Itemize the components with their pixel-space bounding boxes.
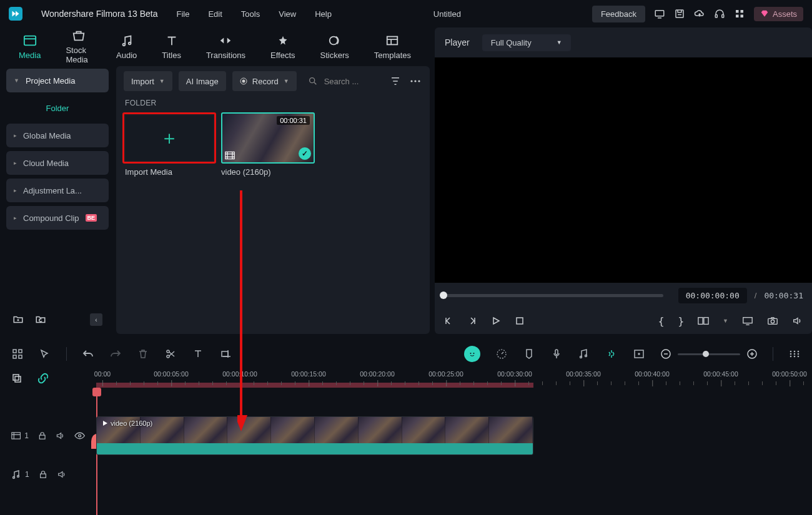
audio-track-lane[interactable] xyxy=(96,455,812,494)
menu-view[interactable]: View xyxy=(279,9,296,19)
visibility-icon[interactable] xyxy=(74,432,85,439)
video-track-lane[interactable]: video (2160p) xyxy=(96,416,812,455)
zoom-slider[interactable] xyxy=(678,353,740,355)
ai-face-icon[interactable] xyxy=(464,346,480,362)
sidebar-folder[interactable]: Folder xyxy=(6,96,109,120)
media-search[interactable]: Search ... xyxy=(303,76,382,86)
sidebar-project-media[interactable]: ▼ Project Media xyxy=(6,69,109,92)
timeline-panel: 1 1 00:0000:00:05:0000:00:10:0000:00:15:… xyxy=(0,340,812,494)
ai-image-button[interactable]: AI Image xyxy=(179,71,226,91)
import-dropdown[interactable]: Import ▼ xyxy=(124,71,172,91)
crop-tool-icon[interactable] xyxy=(219,348,232,360)
assets-button[interactable]: Assets xyxy=(754,7,803,21)
compare-view-icon[interactable] xyxy=(698,316,709,326)
mark-out-button[interactable]: } xyxy=(678,315,684,327)
text-tool-icon[interactable] xyxy=(192,348,204,360)
tab-titles-label: Titles xyxy=(162,51,181,60)
timeline-left-top xyxy=(0,368,96,389)
timecode-separator: / xyxy=(755,291,757,300)
cloud-upload-icon[interactable] xyxy=(694,8,705,19)
scrub-track[interactable] xyxy=(443,294,663,297)
more-icon[interactable] xyxy=(408,74,422,88)
undo-button[interactable] xyxy=(82,348,94,360)
play-button[interactable] xyxy=(491,316,501,326)
tab-templates[interactable]: Templates xyxy=(374,34,411,60)
lock-icon[interactable] xyxy=(37,431,47,440)
delete-button[interactable] xyxy=(137,348,149,360)
tab-titles[interactable]: Titles xyxy=(162,34,181,60)
speed-icon[interactable] xyxy=(495,348,508,360)
record-dropdown[interactable]: Record ▼ xyxy=(232,71,297,91)
svg-point-34 xyxy=(468,350,477,358)
cursor-select-icon[interactable] xyxy=(39,348,51,360)
mute-icon[interactable] xyxy=(57,470,67,479)
stop-button[interactable] xyxy=(515,316,525,326)
timeline-ruler[interactable]: 00:0000:00:05:0000:00:10:0000:00:15:0000… xyxy=(96,368,812,389)
display-icon[interactable] xyxy=(742,316,753,326)
refresh-folder-icon[interactable] xyxy=(35,314,46,325)
timeline-video-clip[interactable]: video (2160p) xyxy=(96,416,533,455)
sidebar-global-media[interactable]: ▸ Global Media xyxy=(6,124,109,147)
menu-edit[interactable]: Edit xyxy=(208,9,222,19)
menu-file[interactable]: File xyxy=(177,9,190,19)
media-area: Import ▼ AI Image Record ▼ Search ... xyxy=(116,66,430,334)
collapse-sidebar-button[interactable]: ‹ xyxy=(90,313,102,326)
duplicate-icon[interactable] xyxy=(11,373,22,384)
save-icon[interactable] xyxy=(674,8,685,19)
prev-frame-button[interactable] xyxy=(443,316,453,326)
sidebar-compound-clip[interactable]: ▸ Compound Clip BE xyxy=(6,206,109,230)
device-icon[interactable] xyxy=(654,8,665,19)
menu-help[interactable]: Help xyxy=(315,9,332,19)
mark-in-button[interactable]: { xyxy=(658,315,665,327)
mic-icon[interactable] xyxy=(550,348,563,360)
frame-icon[interactable] xyxy=(633,348,645,360)
total-timecode: 00:00:31 xyxy=(764,291,803,300)
video-track-icon[interactable] xyxy=(11,431,21,440)
tab-effects[interactable]: Effects xyxy=(270,34,295,60)
layout-icon[interactable] xyxy=(11,348,24,360)
menu-tools[interactable]: Tools xyxy=(241,9,260,19)
marker-icon[interactable] xyxy=(523,348,535,360)
tab-audio[interactable]: Audio xyxy=(116,34,137,60)
volume-icon[interactable] xyxy=(792,316,803,326)
tab-transitions[interactable]: Transitions xyxy=(206,34,245,60)
sidebar-cloud-media[interactable]: ▸ Cloud Media xyxy=(6,151,109,175)
main-tabs: Media Stock Media Audio Titles Transitio… xyxy=(0,27,430,66)
app-title: Wondershare Filmora 13 Beta xyxy=(41,9,158,19)
auto-beat-icon[interactable] xyxy=(605,348,618,360)
chevron-down-icon[interactable]: ▼ xyxy=(723,318,728,324)
audio-track-icon[interactable] xyxy=(11,469,21,479)
svg-rect-24 xyxy=(743,318,752,323)
svg-rect-9 xyxy=(24,36,36,45)
filter-icon[interactable] xyxy=(389,74,402,88)
tab-stickers[interactable]: Stickers xyxy=(320,34,349,60)
sidebar-adjustment-layer[interactable]: ▸ Adjustment La... xyxy=(6,179,109,202)
audio-mixer-icon[interactable] xyxy=(578,348,590,360)
scrub-knob[interactable] xyxy=(440,292,447,299)
svg-point-11 xyxy=(128,42,131,44)
import-media-tile[interactable]: ＋ Import Media xyxy=(122,112,216,177)
feedback-button[interactable]: Feedback xyxy=(592,6,645,22)
new-folder-icon[interactable] xyxy=(12,314,24,325)
zoom-knob[interactable] xyxy=(703,351,709,357)
view-mode-icon[interactable] xyxy=(788,348,801,360)
media-clip-tile[interactable]: 00:00:31 ✓ video (2160p) xyxy=(221,112,315,177)
snapshot-icon[interactable] xyxy=(767,316,778,326)
mute-icon[interactable] xyxy=(56,431,65,440)
split-button[interactable] xyxy=(164,348,177,360)
preview-canvas[interactable] xyxy=(435,57,812,283)
redo-button[interactable] xyxy=(109,348,122,360)
lock-icon[interactable] xyxy=(38,470,48,479)
apps-grid-icon[interactable] xyxy=(734,8,745,19)
link-icon[interactable] xyxy=(37,373,49,384)
stickers-icon xyxy=(328,34,342,47)
tab-media[interactable]: Media xyxy=(19,34,41,60)
zoom-in-button[interactable] xyxy=(746,348,758,360)
zoom-out-button[interactable] xyxy=(660,348,671,360)
timeline-tracks[interactable]: 00:0000:00:05:0000:00:10:0000:00:15:0000… xyxy=(96,368,812,494)
tab-stock-media[interactable]: Stock Media xyxy=(66,29,91,64)
svg-rect-56 xyxy=(12,433,21,439)
next-frame-button[interactable] xyxy=(467,316,477,326)
headphones-icon[interactable] xyxy=(714,8,725,19)
quality-dropdown[interactable]: Full Quality ▼ xyxy=(482,34,571,51)
